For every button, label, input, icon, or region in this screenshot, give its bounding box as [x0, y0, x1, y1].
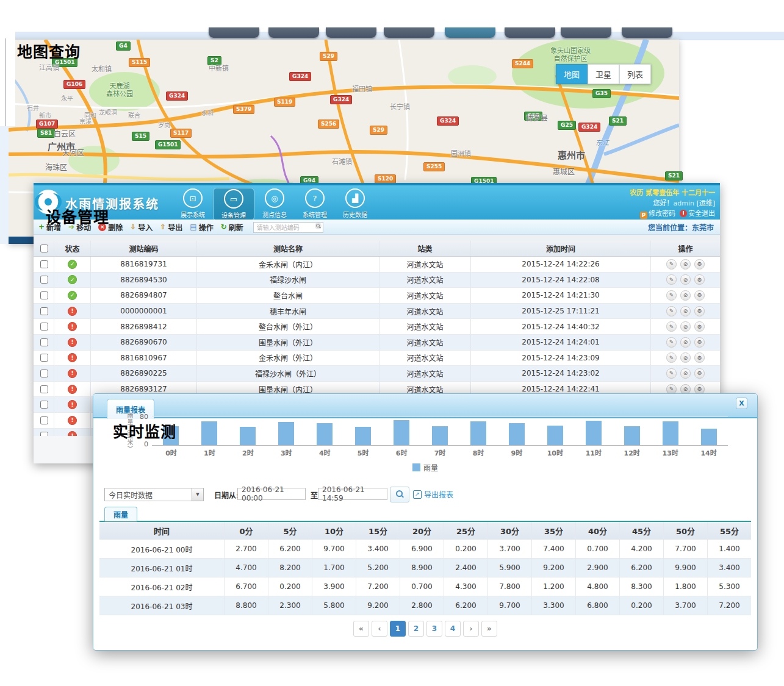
delete-icon[interactable]: ⊘ [680, 290, 691, 301]
row-checkbox[interactable] [40, 354, 48, 362]
settings-icon[interactable]: ⚙ [694, 290, 705, 301]
table-row[interactable]: !8826898412鳌台水闸（外江）河道水文站2015-12-24 14:40… [34, 319, 720, 335]
bar-slot [536, 417, 574, 445]
table-row[interactable]: !8826890670围垦水闸（外江）河道水文站2015-12-24 14:24… [34, 335, 720, 351]
background-strip [0, 126, 9, 244]
export-label: 导出报表 [424, 489, 453, 499]
rainfall-cell: 9.200 [532, 559, 576, 577]
data-mode-select[interactable]: 今日实时数据 ▼ [104, 488, 204, 501]
background-tab-pill [209, 27, 259, 38]
rainfall-cell: 4.700 [225, 559, 268, 577]
edit-icon[interactable]: ✎ [666, 384, 677, 395]
settings-icon[interactable]: ⚙ [694, 384, 705, 395]
tab-rainfall[interactable]: 雨量 [104, 507, 137, 521]
pagination-page-2[interactable]: 2 [408, 621, 424, 637]
nav-item[interactable]: ▭设备管理 [213, 188, 254, 221]
table-cell: 福禄沙水闸（外江） [197, 366, 379, 381]
delete-icon[interactable]: ⊘ [680, 384, 691, 395]
station-search-input[interactable] [253, 222, 323, 233]
toolbar-button-导入[interactable]: ⇩导入 [130, 222, 153, 232]
delete-icon[interactable]: ⊘ [680, 259, 691, 270]
pagination-page-4[interactable]: 4 [445, 621, 461, 637]
close-icon[interactable]: X [736, 398, 747, 409]
key-icon: P [640, 212, 647, 219]
rainfall-bar [586, 421, 602, 445]
table-row[interactable]: ✓8826894807鳌台水闸河道水文站2015-12-24 14:21:30✎… [34, 288, 720, 304]
delete-icon[interactable]: ⊘ [680, 321, 691, 332]
row-checkbox[interactable] [40, 276, 48, 284]
nav-item[interactable]: ◎测点信息 [254, 188, 295, 220]
toolbar-button-导出[interactable]: ⇧导出 [160, 222, 182, 232]
rainfall-bar [701, 429, 717, 445]
edit-icon[interactable]: ✎ [666, 306, 677, 316]
table-row[interactable]: !8816810967金禾水闸（外江）河道水文站2015-12-24 14:23… [34, 351, 720, 366]
table-cell: ! [54, 397, 91, 412]
row-checkbox[interactable] [40, 260, 48, 268]
edit-icon[interactable]: ✎ [666, 290, 677, 301]
nav-item[interactable]: ⊡展示系统 [173, 188, 213, 220]
date-from-input[interactable]: 2016-06-21 00:00 [237, 488, 306, 500]
row-checkbox[interactable] [40, 385, 48, 393]
row-checkbox[interactable] [40, 416, 48, 424]
pagination-last[interactable]: » [481, 621, 497, 637]
search-button[interactable] [390, 487, 409, 502]
pagination-page-3[interactable]: 3 [426, 621, 442, 637]
row-checkbox[interactable] [40, 370, 48, 377]
logout-label: 安全退出 [688, 210, 715, 218]
row-checkbox[interactable] [40, 291, 48, 299]
delete-icon[interactable]: ⊘ [680, 352, 691, 363]
map-view-button-卫星[interactable]: 卫星 [588, 64, 619, 84]
map-view-button-列表[interactable]: 列表 [619, 64, 651, 84]
edit-icon[interactable]: ✎ [666, 321, 677, 332]
nav-item[interactable]: ▟历史数据 [335, 188, 375, 220]
toolbar-button-刷新[interactable]: ↻刷新 [221, 222, 243, 232]
row-checkbox[interactable] [40, 338, 48, 346]
table-cell [34, 257, 54, 272]
row-checkbox[interactable] [40, 401, 48, 409]
pagination-first[interactable]: « [353, 621, 369, 637]
edit-icon[interactable]: ✎ [666, 274, 677, 285]
table-row[interactable]: !0000000001穗丰年水闸河道水文站2015-12-25 17:11:21… [34, 304, 720, 320]
change-password-link[interactable]: P修改密码 [640, 210, 675, 218]
table-cell [34, 335, 54, 350]
row-checkbox[interactable] [40, 323, 48, 330]
select-all-checkbox[interactable] [40, 245, 48, 252]
settings-icon[interactable]: ⚙ [694, 306, 705, 316]
table-cell: 2015-12-24 14:21:30 [471, 288, 651, 303]
pagination-prev[interactable]: ‹ [372, 621, 387, 637]
delete-icon[interactable]: ⊘ [680, 368, 691, 379]
nav-item-label: 系统管理 [303, 210, 327, 219]
delete-icon[interactable]: ⊘ [680, 306, 691, 316]
delete-icon[interactable]: ⊘ [680, 337, 691, 348]
table-cell: ✎⊘⚙ [651, 273, 720, 288]
map-view-button-地图[interactable]: 地图 [556, 64, 588, 84]
map-view-controls: 地图卫星列表 [556, 64, 651, 84]
edit-icon[interactable]: ✎ [666, 352, 677, 363]
toolbar-button-操作[interactable]: ▤操作 [190, 222, 213, 232]
date-to-input[interactable]: 2016-06-21 14:59 [318, 488, 387, 500]
nav-item[interactable]: ?系统管理 [295, 188, 335, 220]
edit-icon[interactable]: ✎ [666, 337, 677, 348]
pagination-next[interactable]: › [463, 621, 479, 637]
rainfall-cell: 3.400 [708, 559, 751, 577]
edit-icon[interactable]: ✎ [666, 259, 677, 270]
pagination-page-1[interactable]: 1 [390, 621, 406, 637]
table-row[interactable]: ✓8816819731金禾水闸（内江）河道水文站2015-12-24 14:22… [34, 257, 720, 273]
edit-icon[interactable]: ✎ [666, 368, 677, 379]
settings-icon[interactable]: ⚙ [694, 259, 705, 270]
toolbar-button-label: 导出 [168, 222, 182, 232]
settings-icon[interactable]: ⚙ [694, 321, 705, 332]
settings-icon[interactable]: ⚙ [694, 274, 705, 285]
table-row[interactable]: !8826890225福禄沙水闸（外江）河道水文站2015-12-24 14:2… [34, 366, 720, 382]
delete-icon[interactable]: ⊘ [680, 274, 691, 285]
row-checkbox[interactable] [40, 307, 48, 315]
x-tick-label: 11时 [574, 448, 613, 457]
settings-icon[interactable]: ⚙ [694, 337, 705, 348]
logout-link[interactable]: 安全退出 [680, 210, 715, 218]
table-row[interactable]: ✓8826894530福绿沙水闸河道水文站2015-12-24 14:22:08… [34, 273, 720, 288]
toolbar-icon: ⇩ [130, 223, 136, 230]
settings-icon[interactable]: ⚙ [694, 368, 705, 379]
settings-icon[interactable]: ⚙ [694, 352, 705, 363]
export-report-link[interactable]: ↗ 导出报表 [413, 489, 453, 499]
rainfall-cell: 6.900 [400, 540, 444, 558]
